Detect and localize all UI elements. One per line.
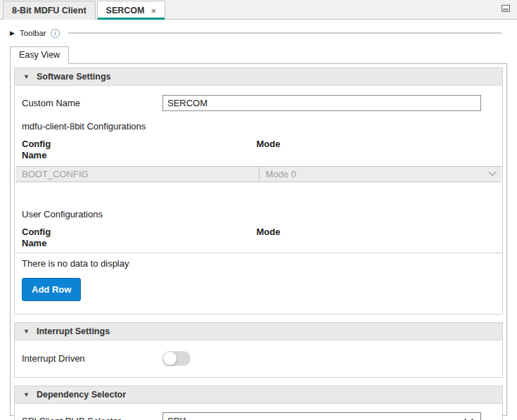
interrupt-settings-header[interactable]: ▼ Interrupt Settings — [15, 323, 502, 341]
custom-name-input[interactable] — [162, 95, 481, 111]
chevron-down-icon — [464, 415, 473, 420]
tab-8bit-mdfu-client[interactable]: 8-Bit MDFU Client — [3, 1, 96, 20]
spi-plib-select[interactable]: SPI1 — [162, 412, 481, 420]
section-title: Software Settings — [37, 72, 111, 82]
info-icon[interactable]: i — [51, 29, 60, 38]
add-row-button[interactable]: Add Row — [22, 278, 81, 301]
dependency-selector-header[interactable]: ▼ Dependency Selector — [15, 386, 502, 404]
software-settings-header[interactable]: ▼ Software Settings — [15, 68, 502, 86]
toolbar-divider — [68, 32, 502, 34]
config-name-header: Config Name — [22, 227, 257, 250]
toggle-knob — [163, 352, 177, 365]
mode-select-disabled: Mode 0 — [259, 167, 502, 182]
mode-value: Mode 0 — [266, 169, 296, 179]
user-configurations-label: User Configurations — [15, 209, 502, 219]
section-software-settings: ▼ Software Settings Custom Name mdfu-cli… — [14, 68, 503, 314]
chevron-down-icon: ▼ — [23, 328, 30, 335]
config-name-header: Config Name — [22, 139, 257, 162]
tab-sercom[interactable]: SERCOM × — [97, 1, 165, 20]
mdfu-configurations-label: mdfu-client-8bit Configurations — [15, 121, 502, 132]
section-interrupt-settings: ▼ Interrupt Settings Interrupt Driven — [14, 322, 503, 378]
interrupt-driven-row: Interrupt Driven — [15, 341, 502, 377]
mode-header: Mode — [257, 139, 503, 162]
tab-label: 8-Bit MDFU Client — [12, 6, 87, 15]
toolbar-row: ▶ Toolbar i — [10, 26, 507, 40]
mode-header: Mode — [257, 227, 503, 250]
document-tab-bar: 8-Bit MDFU Client SERCOM × — [0, 0, 517, 20]
table-row: BOOT_CONFIG Mode 0 — [15, 166, 502, 182]
empty-table-message: There is no data to display — [15, 253, 502, 269]
spi-plib-label: SPI Client PLIB Selector — [22, 416, 162, 420]
section-title: Dependency Selector — [37, 390, 126, 400]
tab-easy-view[interactable]: Easy View — [10, 46, 69, 64]
config-name-cell-disabled: BOOT_CONFIG — [15, 167, 259, 182]
chevron-down-icon: ▼ — [23, 73, 30, 80]
section-title: Interrupt Settings — [37, 326, 110, 336]
close-icon[interactable]: × — [151, 6, 156, 15]
mdfu-config-table-header: Config Name Mode — [15, 139, 502, 162]
section-dependency-selector: ▼ Dependency Selector SPI Client PLIB Se… — [14, 386, 503, 420]
custom-name-row: Custom Name — [15, 86, 502, 111]
spi-plib-value: SPI1 — [167, 416, 187, 420]
tab-label: SERCOM — [106, 6, 145, 15]
easy-view-panel: ▼ Software Settings Custom Name mdfu-cli… — [10, 63, 507, 416]
custom-name-label: Custom Name — [22, 98, 162, 108]
chevron-down-icon — [488, 168, 496, 176]
toolbar-label: Toolbar — [20, 29, 46, 37]
user-config-table-header: Config Name Mode — [15, 227, 502, 250]
float-window-icon[interactable] — [502, 5, 510, 12]
spi-plib-row: SPI Client PLIB Selector SPI1 — [15, 404, 502, 420]
interrupt-driven-toggle[interactable] — [162, 351, 191, 366]
chevron-down-icon: ▼ — [23, 391, 30, 398]
interrupt-driven-label: Interrupt Driven — [22, 353, 162, 364]
toolbar-expand-icon[interactable]: ▶ — [10, 30, 15, 37]
